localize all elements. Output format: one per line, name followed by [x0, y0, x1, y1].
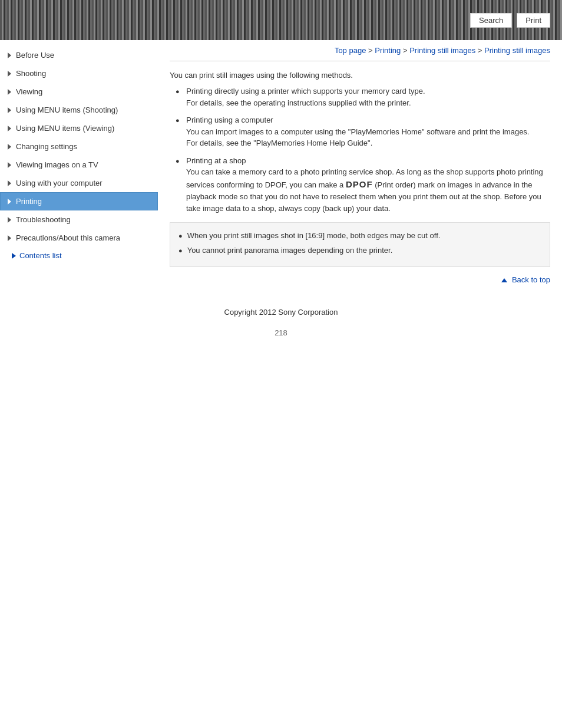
arrow-icon	[8, 162, 11, 168]
sidebar-item-precautions[interactable]: Precautions/About this camera	[0, 229, 158, 247]
bullet-heading: Printing at a shop	[186, 156, 246, 165]
header: Search Print	[0, 0, 562, 40]
sidebar-item-label: Printing	[16, 197, 42, 206]
sidebar-item-shooting[interactable]: Shooting	[0, 64, 158, 83]
arrow-icon	[8, 217, 11, 223]
sidebar-item-printing[interactable]: Printing	[0, 192, 158, 210]
arrow-icon	[8, 144, 11, 150]
sidebar-item-label: Troubleshooting	[16, 215, 71, 224]
contents-list-label: Contents list	[19, 251, 62, 260]
sidebar-item-viewing[interactable]: Viewing	[0, 83, 158, 101]
bullet-heading: Printing using a computer	[186, 116, 273, 124]
breadcrumb-printing-still-2[interactable]: Printing still images	[484, 46, 550, 55]
list-item: Printing using a computer You can import…	[176, 114, 550, 149]
sidebar-item-menu-shooting[interactable]: Using MENU items (Shooting)	[0, 101, 158, 119]
breadcrumb-printing-still-1[interactable]: Printing still images	[409, 46, 475, 55]
dpof-mark: DPOF	[346, 179, 373, 189]
triangle-up-icon	[501, 278, 507, 282]
sidebar-item-label: Before Use	[16, 51, 54, 60]
arrow-icon	[8, 126, 11, 131]
print-button[interactable]: Print	[517, 13, 550, 28]
sidebar-item-menu-viewing[interactable]: Using MENU items (Viewing)	[0, 119, 158, 137]
arrow-icon	[8, 235, 11, 241]
breadcrumb-printing[interactable]: Printing	[375, 46, 401, 55]
sidebar-item-label: Changing settings	[16, 142, 77, 151]
sidebar-item-label: Using MENU items (Shooting)	[16, 106, 118, 114]
bullet-subtext: You can take a memory card to a photo pr…	[186, 166, 550, 214]
bullet-subtext: You can import images to a computer usin…	[186, 126, 550, 149]
sidebar-item-before-use[interactable]: Before Use	[0, 46, 158, 64]
note-box: When you print still images shot in [16:…	[170, 222, 550, 267]
page-number: 218	[0, 322, 562, 349]
bullet-subtext: For details, see the operating instructi…	[186, 97, 550, 109]
content-intro: You can print still images using the fol…	[170, 71, 550, 80]
bullet-heading: Printing directly using a printer which …	[186, 87, 425, 95]
note-list: When you print still images shot in [16:…	[178, 230, 541, 257]
copyright-text: Copyright 2012 Sony Corporation	[224, 308, 338, 317]
contents-list-link[interactable]: Contents list	[0, 247, 158, 264]
sidebar-item-troubleshooting[interactable]: Troubleshooting	[0, 210, 158, 229]
footer: Copyright 2012 Sony Corporation	[0, 296, 562, 322]
arrow-icon	[8, 107, 11, 113]
sidebar-item-viewing-tv[interactable]: Viewing images on a TV	[0, 156, 158, 174]
sidebar-item-label: Using with your computer	[16, 179, 103, 187]
sidebar-item-changing-settings[interactable]: Changing settings	[0, 137, 158, 156]
sidebar: Before Use Shooting Viewing Using MENU i…	[0, 40, 158, 270]
main-layout: Before Use Shooting Viewing Using MENU i…	[0, 40, 562, 296]
list-item: Printing at a shop You can take a memory…	[176, 155, 550, 215]
note-item: You cannot print panorama images dependi…	[178, 245, 541, 257]
arrow-icon	[8, 52, 11, 58]
sidebar-item-using-computer[interactable]: Using with your computer	[0, 174, 158, 192]
sidebar-item-label: Viewing images on a TV	[16, 160, 98, 169]
sidebar-item-label: Precautions/About this camera	[16, 233, 120, 242]
main-content: Top page > Printing > Printing still ima…	[158, 40, 562, 296]
bullet-list: Printing directly using a printer which …	[170, 85, 550, 214]
note-item: When you print still images shot in [16:…	[178, 230, 541, 242]
arrow-icon	[8, 180, 11, 186]
sidebar-item-label: Viewing	[16, 87, 42, 96]
breadcrumb: Top page > Printing > Printing still ima…	[170, 46, 550, 55]
back-to-top: Back to top	[170, 275, 550, 284]
arrow-right-icon	[12, 253, 16, 259]
back-to-top-label: Back to top	[512, 275, 550, 284]
list-item: Printing directly using a printer which …	[176, 85, 550, 108]
search-button[interactable]: Search	[470, 13, 512, 28]
arrow-icon	[8, 71, 11, 77]
arrow-icon	[8, 199, 11, 205]
arrow-icon	[8, 89, 11, 95]
sidebar-item-label: Using MENU items (Viewing)	[16, 124, 114, 133]
breadcrumb-top-page[interactable]: Top page	[335, 46, 366, 55]
back-to-top-link[interactable]: Back to top	[501, 275, 550, 284]
divider	[170, 61, 550, 61]
sidebar-item-label: Shooting	[16, 69, 46, 78]
